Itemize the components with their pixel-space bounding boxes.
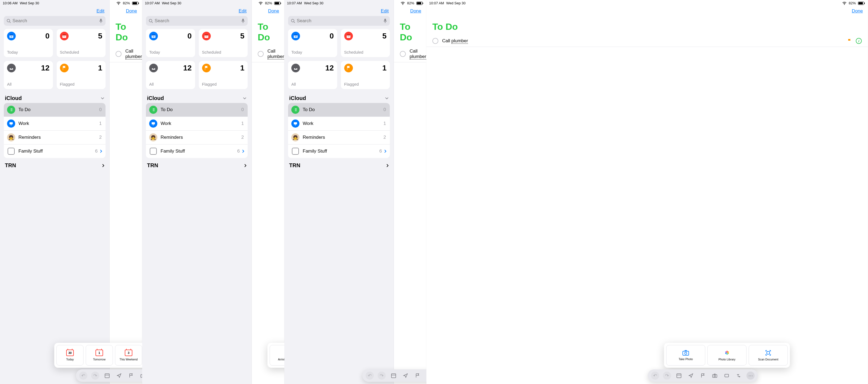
list-row-reminders[interactable]: 👧Reminders2 [146, 131, 248, 144]
card-all[interactable]: 12 All [4, 61, 53, 89]
search-field[interactable] [146, 16, 248, 26]
sidebar-edit-link[interactable]: Edit [97, 8, 104, 14]
trn-section-header[interactable]: TRN [142, 158, 251, 173]
camera-option-take[interactable]: Take Photo [666, 345, 705, 365]
more-button[interactable]: ⋯ [746, 372, 755, 380]
trn-section-header[interactable]: TRN [0, 158, 109, 173]
svg-point-8 [63, 36, 64, 37]
undo-button[interactable]: ↶ [366, 372, 374, 380]
date-option-weekend[interactable]: 3 This Weekend [115, 345, 142, 365]
date-option-today[interactable]: 30 Today [56, 345, 84, 365]
flag-button[interactable] [413, 372, 422, 380]
sidebar: 10:07 AMWed Sep 30 Edit 300Today 5Schedu… [284, 0, 394, 384]
list-row-work[interactable]: Work1 [288, 117, 390, 131]
list-row-family[interactable]: Family Stuff 6 [4, 144, 105, 158]
reminder-item[interactable]: Call plumber i [426, 35, 868, 47]
reminder-text[interactable]: Call plumber [125, 48, 142, 59]
list-row-todo[interactable]: To Do0 [288, 103, 390, 117]
list-row-work[interactable]: Work 1 [4, 117, 105, 131]
completion-circle[interactable] [432, 38, 438, 44]
reminder-item[interactable]: Call plumber i [110, 46, 142, 62]
done-button[interactable]: Done [268, 8, 279, 14]
done-button[interactable]: Done [126, 8, 137, 14]
list-row-family[interactable]: Family Stuff6 [288, 144, 390, 158]
sidebar-edit-link[interactable]: Edit [239, 8, 247, 14]
location-button[interactable] [115, 372, 123, 380]
search-input[interactable] [155, 18, 240, 24]
calendar-button[interactable] [675, 372, 683, 380]
mic-icon[interactable] [241, 19, 245, 23]
list-row-work[interactable]: Work1 [146, 117, 248, 131]
flag-button[interactable] [127, 372, 135, 380]
subtask-button[interactable] [735, 372, 743, 380]
card-all[interactable]: 12All [146, 61, 195, 89]
icloud-section-header[interactable]: iCloud [0, 93, 109, 103]
reminder-text[interactable]: Call plumber [442, 38, 843, 44]
svg-rect-2 [100, 19, 102, 22]
camera-option-library[interactable]: ✽ Photo Library [707, 345, 746, 365]
list-count: 1 [99, 121, 102, 126]
search-field[interactable] [288, 16, 390, 26]
reminder-item[interactable]: Call plumber i [252, 46, 284, 62]
icloud-section-header[interactable]: iCloud [284, 93, 394, 103]
sidebar-edit-link[interactable]: Edit [381, 8, 389, 14]
location-button[interactable] [687, 372, 695, 380]
card-scheduled[interactable]: 5 Scheduled [57, 29, 106, 57]
list-row-todo[interactable]: To Do 0 [4, 103, 105, 117]
list-label: Work [303, 121, 383, 126]
list-icon [7, 106, 15, 114]
reminder-text[interactable]: Call plumber [410, 48, 426, 59]
svg-line-29 [152, 22, 153, 23]
search-input[interactable] [12, 18, 97, 24]
redo-button[interactable]: ↷ [91, 372, 99, 380]
calendar-button[interactable] [103, 372, 111, 380]
status-bar: 10:07 AMWed Sep 30 [284, 0, 394, 6]
reminder-text[interactable]: Call plumber [268, 48, 284, 59]
main-content: 82% Done To Do Call plumber i [394, 0, 426, 384]
completion-circle[interactable] [258, 51, 264, 57]
completion-circle[interactable] [400, 51, 406, 57]
info-icon[interactable]: i [856, 38, 862, 44]
search-field[interactable] [4, 16, 105, 26]
mic-icon[interactable] [383, 19, 387, 23]
card-scheduled[interactable]: 5Scheduled [341, 29, 390, 57]
done-button[interactable]: Done [410, 8, 421, 14]
card-today[interactable]: 30 0 Today [4, 29, 53, 57]
flag-button[interactable] [699, 372, 707, 380]
hashtag-button[interactable] [723, 372, 731, 380]
card-flagged[interactable]: 1 Flagged [57, 61, 106, 89]
camera-option-scan[interactable]: Scan Document [749, 345, 788, 365]
calendar-button[interactable] [390, 372, 398, 380]
card-today[interactable]: 300Today [146, 29, 195, 57]
svg-point-0 [7, 19, 10, 22]
search-input[interactable] [297, 18, 382, 24]
mic-icon[interactable] [99, 19, 103, 23]
icloud-header-label: iCloud [289, 95, 306, 101]
redo-button[interactable]: ↷ [378, 372, 386, 380]
camera-popover: Take Photo ✽ Photo Library Scan Document [664, 343, 790, 368]
icloud-header-label: iCloud [147, 95, 164, 101]
completion-circle[interactable] [116, 51, 122, 57]
undo-button[interactable]: ↶ [79, 372, 87, 380]
card-flagged[interactable]: 1Flagged [199, 61, 248, 89]
list-row-reminders[interactable]: 👧Reminders2 [288, 131, 390, 144]
done-button[interactable]: Done [852, 8, 863, 14]
card-today[interactable]: 300Today [288, 29, 337, 57]
list-row-family[interactable]: Family Stuff6 [146, 144, 248, 158]
calendar-icon [344, 32, 353, 40]
date-option-tomorrow[interactable]: 1 Tomorrow [86, 345, 113, 365]
svg-rect-23 [105, 374, 109, 378]
camera-button[interactable] [711, 372, 719, 380]
undo-button[interactable]: ↶ [651, 372, 659, 380]
svg-text:30: 30 [10, 36, 12, 38]
trn-section-header[interactable]: TRN [284, 158, 394, 173]
card-flagged[interactable]: 1Flagged [341, 61, 390, 89]
icloud-section-header[interactable]: iCloud [142, 93, 251, 103]
reminder-item[interactable]: Call plumber i [394, 46, 426, 62]
list-row-todo[interactable]: To Do0 [146, 103, 248, 117]
redo-button[interactable]: ↷ [663, 372, 671, 380]
card-scheduled[interactable]: 5Scheduled [199, 29, 248, 57]
location-button[interactable] [401, 372, 410, 380]
card-all[interactable]: 12All [288, 61, 337, 89]
list-row-reminders[interactable]: 👧 Reminders 2 [4, 131, 105, 144]
